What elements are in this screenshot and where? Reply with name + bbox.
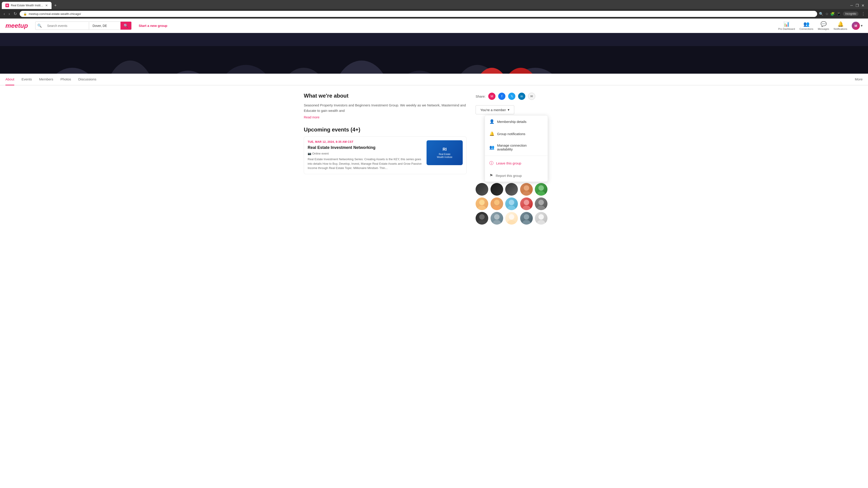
leave-group-item[interactable]: ⓘ Leave this group — [485, 157, 548, 169]
member-button-container: You're a member ▾ 👤 Membership details 🔔… — [475, 105, 548, 114]
member-avatar[interactable] — [520, 183, 533, 196]
messages-link[interactable]: 💬 Messages — [818, 21, 829, 30]
bell-icon: 🔔 — [837, 21, 844, 27]
start-new-group-link[interactable]: Start a new group — [139, 24, 167, 28]
members-section: See all — [475, 177, 548, 225]
member-status-button[interactable]: You're a member ▾ — [475, 105, 514, 114]
group-banner-image — [0, 33, 868, 74]
extensions-icon[interactable]: 🧩 — [830, 12, 835, 16]
member-avatar[interactable] — [475, 197, 488, 210]
content-area: What we're about Seasoned Property Inves… — [298, 86, 569, 232]
share-row: Share: M f 𝕏 in ✉ — [475, 93, 548, 100]
member-avatar[interactable] — [520, 197, 533, 210]
member-avatar[interactable] — [535, 183, 548, 196]
main-column: What we're about Seasoned Property Inves… — [304, 93, 467, 225]
member-avatar[interactable] — [491, 197, 503, 210]
minimize-icon[interactable]: ─ — [850, 3, 853, 8]
member-avatar[interactable] — [505, 212, 518, 225]
event-card[interactable]: TUE, MAR 12, 2024, 8:35 AM CST Real Esta… — [304, 136, 467, 174]
group-notifications-item[interactable]: 🔔 Group notifications — [485, 128, 548, 140]
search-icon: 🔍 — [35, 24, 43, 28]
share-meetup-button[interactable]: M — [488, 93, 495, 100]
svg-point-38 — [538, 214, 544, 220]
member-avatar[interactable] — [535, 197, 548, 210]
share-facebook-button[interactable]: f — [498, 93, 505, 100]
share-linkedin-button[interactable]: in — [518, 93, 525, 100]
dropdown-divider — [485, 156, 548, 156]
membership-details-item[interactable]: 👤 Membership details — [485, 116, 548, 128]
svg-point-31 — [478, 220, 486, 225]
member-dropdown-menu: 👤 Membership details 🔔 Group notificatio… — [485, 115, 548, 182]
connections-label: Connections — [800, 28, 813, 30]
address-bar: ‹ › ↻ 🔒 meetup.com/real-estate-wealth-ch… — [0, 9, 868, 19]
member-avatar[interactable] — [520, 212, 533, 225]
member-avatar[interactable] — [491, 183, 503, 196]
member-avatar[interactable] — [475, 183, 488, 196]
incognito-badge: Incognito — [843, 11, 859, 16]
page-content: What we're about Seasoned Property Inves… — [298, 86, 569, 232]
chevron-down-icon: ▾ — [861, 24, 863, 28]
read-more-link[interactable]: Read more — [304, 116, 319, 119]
group-navigation: About Events Members Photos Discussions … — [0, 74, 868, 86]
new-tab-button[interactable]: + — [53, 2, 59, 9]
lock-icon: 🔒 — [23, 12, 27, 15]
member-avatar[interactable] — [475, 212, 488, 225]
restore-icon[interactable]: ❐ — [856, 3, 859, 8]
tab-bar: M Real Estate Wealth Institute- Ch... ✕ … — [0, 0, 868, 9]
back-button[interactable]: ‹ — [3, 11, 6, 17]
svg-point-35 — [507, 220, 516, 225]
tab-discussions[interactable]: Discussions — [78, 74, 96, 86]
search-button[interactable]: 🔍 — [121, 22, 131, 30]
event-location: 📷 Online event — [308, 152, 423, 155]
person-icon: 👤 — [489, 119, 494, 124]
location-input[interactable] — [89, 22, 121, 29]
tab-title: Real Estate Wealth Institute- Ch... — [11, 4, 43, 7]
tab-favicon: M — [5, 4, 9, 7]
refresh-button[interactable]: ↻ — [13, 10, 18, 17]
info-icon: ⓘ — [489, 160, 493, 166]
manage-connection-item[interactable]: 👥 Manage connection availability — [485, 140, 548, 155]
event-date: TUE, MAR 12, 2024, 8:35 AM CST — [308, 140, 423, 143]
svg-point-22 — [494, 200, 500, 205]
connections-link[interactable]: 👥 Connections — [800, 21, 813, 30]
about-text: Seasoned Property Investors and Beginner… — [304, 103, 467, 113]
pro-dashboard-link[interactable]: 📊 Pro Dashboard — [778, 21, 795, 30]
share-twitter-button[interactable]: 𝕏 — [508, 93, 515, 100]
meetup-logo[interactable]: meetup — [5, 22, 28, 29]
chart-icon: 📊 — [783, 21, 789, 27]
report-group-item[interactable]: ⚑ Report this group — [485, 169, 548, 182]
search-icon[interactable]: 🔍 — [819, 12, 824, 16]
tab-members[interactable]: Members — [39, 74, 53, 86]
menu-icon[interactable]: ⋮ — [861, 11, 865, 16]
member-avatar[interactable] — [505, 197, 518, 210]
tab-about[interactable]: About — [5, 74, 14, 86]
active-tab[interactable]: M Real Estate Wealth Institute- Ch... ✕ — [2, 2, 52, 9]
user-avatar-button[interactable]: M ▾ — [852, 22, 863, 30]
svg-point-39 — [537, 220, 545, 225]
search-input[interactable] — [43, 22, 89, 29]
url-bar[interactable]: 🔒 meetup.com/real-estate-wealth-chicago/ — [20, 11, 817, 17]
tab-events[interactable]: Events — [22, 74, 32, 86]
member-avatar[interactable] — [491, 212, 503, 225]
tab-more[interactable]: More — [855, 74, 863, 86]
member-avatar[interactable] — [505, 183, 518, 196]
tab-photos[interactable]: Photos — [61, 74, 71, 86]
share-email-button[interactable]: ✉ — [528, 93, 535, 100]
notifications-link[interactable]: 🔔 Notifications — [834, 21, 847, 30]
bookmark-icon[interactable]: ☆ — [825, 12, 829, 16]
member-label: You're a member — [480, 108, 506, 112]
cast-icon[interactable]: 📱 — [837, 12, 841, 16]
svg-point-36 — [524, 214, 529, 220]
pro-dashboard-label: Pro Dashboard — [778, 28, 795, 30]
flag-icon: ⚑ — [489, 173, 493, 178]
side-column: Share: M f 𝕏 in ✉ You're a member ▾ 👤 Me… — [467, 93, 548, 225]
close-icon[interactable]: ✕ — [862, 3, 864, 8]
member-avatar[interactable] — [535, 212, 548, 225]
svg-point-26 — [524, 200, 529, 205]
tab-close-button[interactable]: ✕ — [45, 4, 48, 7]
svg-point-17 — [522, 191, 530, 196]
forward-button[interactable]: › — [8, 11, 11, 17]
event-description: Real Estate Investment Networking Series… — [308, 157, 423, 170]
share-label: Share: — [475, 94, 486, 98]
manage-connection-label: Manage connection availability — [497, 143, 543, 151]
